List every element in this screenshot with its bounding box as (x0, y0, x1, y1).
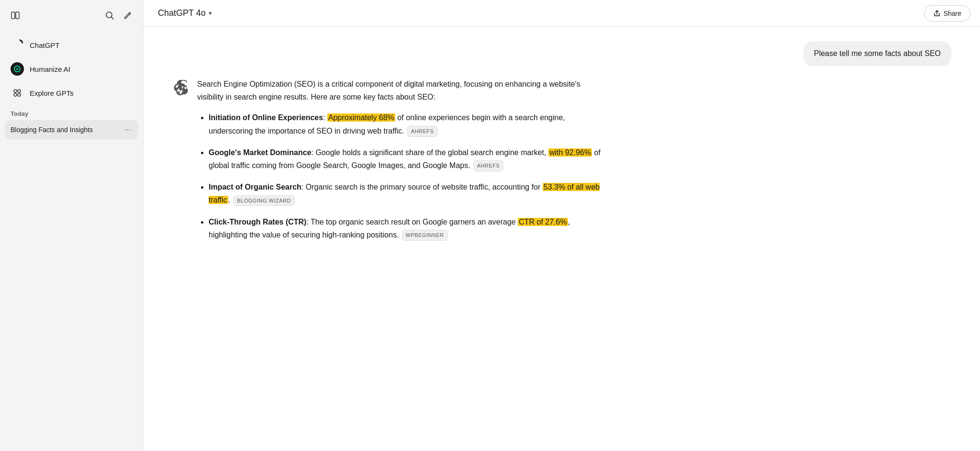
bullet-item-4: Click-Through Rates (CTR): The top organ… (209, 215, 603, 241)
chat-item-menu-button[interactable]: ··· (122, 124, 133, 135)
bullet-2-highlight: with 92.96% (548, 148, 592, 157)
bullet-3-bold: Impact of Organic Search (209, 183, 301, 191)
user-message-text: Please tell me some facts about SEO (814, 49, 941, 57)
bullet-4-highlight: CTR of 27.6% (518, 218, 568, 226)
today-section-label: Today (5, 105, 138, 120)
assistant-message-wrapper: Search Engine Optimization (SEO) is a cr… (172, 78, 603, 241)
bullet-1-source: AHREFS (407, 126, 438, 137)
assistant-content: Search Engine Optimization (SEO) is a cr… (197, 78, 603, 241)
sidebar: ChatGPT Humanize AI Explore GPTs Today B (0, 0, 144, 451)
toggle-sidebar-button[interactable] (8, 8, 23, 23)
grid-icon (11, 86, 24, 100)
model-name: ChatGPT 4o (158, 8, 206, 18)
share-button[interactable]: Share (924, 5, 970, 22)
svg-rect-0 (11, 12, 15, 19)
chatgpt-icon (11, 38, 24, 52)
sidebar-top (5, 6, 138, 25)
bullet-3-after: . (228, 196, 230, 204)
bullet-2-source: AHREFS (473, 160, 504, 171)
explore-label: Explore GPTs (30, 89, 74, 97)
svg-point-10 (18, 93, 21, 96)
svg-point-6 (16, 68, 18, 70)
bullet-1-before: : (323, 113, 327, 122)
sidebar-item-explore[interactable]: Explore GPTs (5, 81, 138, 104)
compose-button[interactable] (120, 8, 135, 23)
sidebar-item-humanize[interactable]: Humanize AI (5, 57, 138, 80)
bullet-1-highlight: Approximately 68% (327, 113, 395, 122)
sidebar-item-chatgpt[interactable]: ChatGPT (5, 34, 138, 56)
main-panel: ChatGPT 4o ▾ Share Please tell me some f… (144, 0, 980, 451)
chat-item-blogging[interactable]: Blogging Facts and Insights ··· (5, 120, 138, 139)
chevron-down-icon: ▾ (209, 10, 212, 17)
share-label: Share (944, 10, 961, 17)
bullet-1-bold: Initiation of Online Experiences (209, 113, 323, 122)
bullet-4-source: WPBEGINNER (402, 230, 448, 241)
bullet-item-3: Impact of Organic Search: Organic search… (209, 180, 603, 206)
bullet-item-1: Initiation of Online Experiences: Approx… (209, 111, 603, 137)
search-button[interactable] (102, 8, 117, 23)
share-icon (933, 10, 941, 17)
svg-point-7 (14, 90, 17, 92)
bullet-4-before: : The top organic search result on Googl… (306, 218, 518, 226)
bullet-item-2: Google's Market Dominance: Google holds … (209, 146, 603, 172)
svg-point-2 (106, 12, 112, 18)
header: ChatGPT 4o ▾ Share (144, 0, 980, 27)
assistant-avatar (172, 79, 189, 96)
assistant-intro: Search Engine Optimization (SEO) is a cr… (197, 78, 603, 103)
bullet-2-before: : Google holds a significant share of th… (312, 148, 548, 157)
bullet-3-before: : Organic search is the primary source o… (301, 183, 543, 191)
user-message-bubble: Please tell me some facts about SEO (803, 41, 951, 66)
humanize-icon (11, 62, 24, 76)
svg-rect-1 (16, 12, 19, 19)
humanize-label: Humanize AI (30, 65, 70, 73)
svg-point-8 (18, 90, 21, 92)
model-selector[interactable]: ChatGPT 4o ▾ (153, 5, 217, 21)
bullet-2-bold: Google's Market Dominance (209, 148, 312, 157)
bullet-4-bold: Click-Through Rates (CTR) (209, 218, 306, 226)
bullet-list: Initiation of Online Experiences: Approx… (197, 111, 603, 241)
assistant-chatgpt-icon (173, 79, 189, 95)
svg-line-4 (129, 13, 130, 14)
svg-point-9 (14, 93, 17, 96)
user-message-wrapper: Please tell me some facts about SEO (172, 41, 951, 66)
svg-line-3 (111, 17, 113, 19)
bullet-3-source: BLOGGING WIZARD (233, 195, 295, 206)
chat-item-title: Blogging Facts and Insights (11, 126, 122, 134)
chat-area: Please tell me some facts about SEO Sear… (144, 27, 980, 451)
chatgpt-label: ChatGPT (30, 41, 60, 49)
